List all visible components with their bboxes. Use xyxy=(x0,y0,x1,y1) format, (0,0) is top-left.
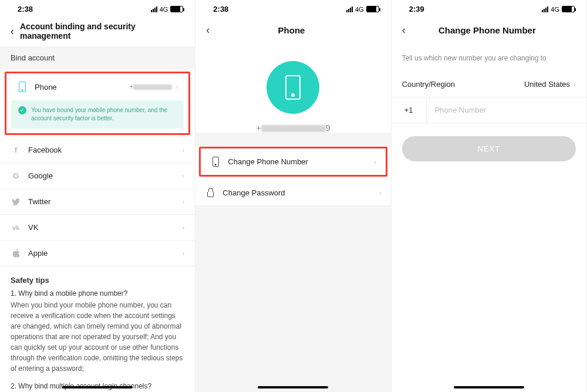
phone-input[interactable] xyxy=(427,97,586,123)
signal-icon xyxy=(151,6,157,12)
row-phone-input: +1 xyxy=(392,97,586,123)
network-type: 4G xyxy=(160,6,168,13)
row-phone-value: + xyxy=(129,83,172,91)
chevron-right-icon: › xyxy=(182,224,184,232)
masked-phone: +9 xyxy=(195,123,390,133)
page-title: Phone xyxy=(200,25,382,35)
row-vk[interactable]: vk VK › xyxy=(0,215,195,241)
screen-phone: 2:38 4G ‹ Phone +9 Change Phone Number ›… xyxy=(195,0,391,392)
battery-icon xyxy=(366,6,379,12)
status-bar: 2:39 4G xyxy=(392,0,586,16)
tips-title: Safety tips xyxy=(11,276,184,285)
home-indicator[interactable] xyxy=(454,386,524,388)
status-bar: 2:38 4G xyxy=(195,0,390,16)
signal-icon xyxy=(346,6,353,12)
row-apple[interactable]: Apple › xyxy=(0,241,195,266)
chevron-right-icon: › xyxy=(182,198,184,206)
highlight-phone-binding: Phone + › ✓ You have bound your mobile p… xyxy=(5,72,190,135)
row-change-password[interactable]: Change Password › xyxy=(195,180,390,206)
clock: 2:39 xyxy=(409,5,424,13)
clock: 2:38 xyxy=(18,5,33,13)
back-icon[interactable]: ‹ xyxy=(8,23,16,40)
google-icon: G xyxy=(11,171,21,180)
phone-icon xyxy=(17,82,28,92)
chevron-right-icon: › xyxy=(176,83,178,91)
twitter-icon xyxy=(11,198,21,205)
country-code[interactable]: +1 xyxy=(392,97,427,123)
network-type: 4G xyxy=(355,6,364,13)
nav-bar: ‹ Account binding and security managemen… xyxy=(0,16,195,46)
country-label: Country/Region xyxy=(402,80,524,89)
chevron-right-icon: › xyxy=(182,249,184,258)
phone-icon xyxy=(210,157,221,167)
tips-q1-title: 1. Why bind a mobile phone number? xyxy=(11,288,184,299)
battery-icon xyxy=(562,6,575,12)
section-header: Bind account xyxy=(0,46,195,69)
network-type: 4G xyxy=(551,6,559,13)
hint-text: You have bound your mobile phone number,… xyxy=(31,106,177,123)
chevron-right-icon: › xyxy=(182,172,184,180)
hint-box: ✓ You have bound your mobile phone numbe… xyxy=(11,100,184,129)
battery-icon xyxy=(170,6,183,12)
chevron-right-icon: › xyxy=(374,158,376,166)
status-indicators: 4G xyxy=(151,6,184,13)
status-indicators: 4G xyxy=(346,6,379,13)
safety-tips: Safety tips 1. Why bind a mobile phone n… xyxy=(0,266,195,392)
phone-badge xyxy=(266,61,319,114)
highlight-change-phone: Change Phone Number › xyxy=(199,147,387,177)
row-phone-label: Phone xyxy=(35,83,129,92)
apple-icon xyxy=(11,249,21,258)
tips-q1-body: When you bind your mobile phone number, … xyxy=(11,300,184,374)
facebook-icon: f xyxy=(11,146,21,154)
chevron-right-icon: › xyxy=(573,80,576,89)
check-icon: ✓ xyxy=(18,106,26,114)
row-google[interactable]: G Google › xyxy=(0,163,195,189)
row-twitter[interactable]: Twitter › xyxy=(0,189,195,215)
home-indicator[interactable] xyxy=(258,386,328,388)
instruction-text: Tell us which new number you are changin… xyxy=(392,45,586,72)
screen-account-binding: 2:38 4G ‹ Account binding and security m… xyxy=(0,0,195,392)
next-button[interactable]: NEXT xyxy=(402,136,576,161)
phone-icon xyxy=(285,75,301,100)
nav-bar: ‹ Phone xyxy=(195,16,390,45)
chevron-right-icon: › xyxy=(182,146,184,154)
page-title: Account binding and security management xyxy=(16,22,187,40)
screen-change-phone: 2:39 4G ‹ Change Phone Number Tell us wh… xyxy=(392,0,587,392)
status-bar: 2:38 4G xyxy=(0,0,195,16)
nav-bar: ‹ Change Phone Number xyxy=(392,16,586,45)
status-indicators: 4G xyxy=(542,6,575,13)
row-facebook[interactable]: f Facebook › xyxy=(0,137,195,163)
signal-icon xyxy=(542,6,548,12)
page-title: Change Phone Number xyxy=(396,25,578,35)
home-indicator[interactable] xyxy=(62,386,133,388)
vk-icon: vk xyxy=(11,224,21,231)
lock-icon xyxy=(205,188,215,197)
row-country[interactable]: Country/Region United States › xyxy=(392,72,586,97)
chevron-right-icon: › xyxy=(379,189,382,197)
country-value: United States xyxy=(524,80,570,89)
row-phone[interactable]: Phone + › xyxy=(6,73,188,100)
clock: 2:38 xyxy=(213,5,228,13)
row-change-phone[interactable]: Change Phone Number › xyxy=(201,148,385,175)
